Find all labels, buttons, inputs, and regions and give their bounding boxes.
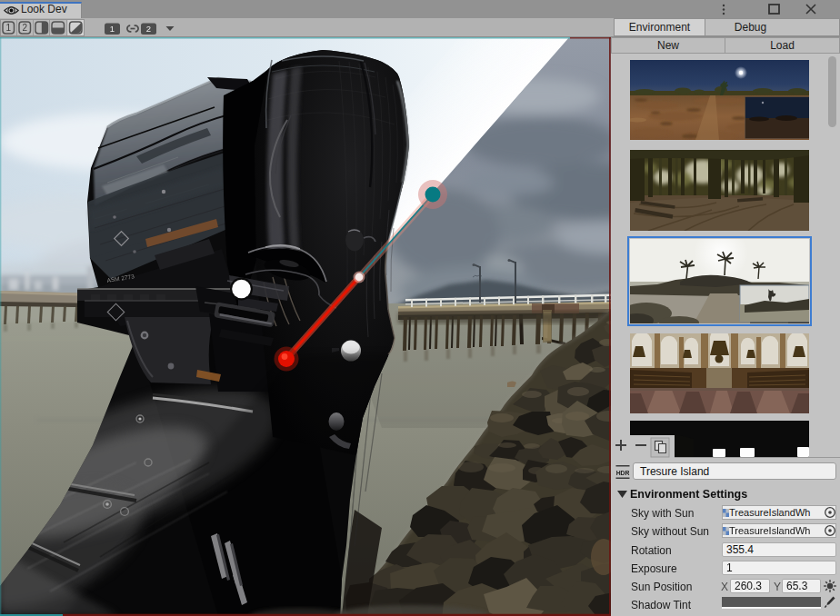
svg-text:1: 1 [110, 24, 115, 34]
svg-text:2: 2 [23, 23, 28, 33]
svg-text:2: 2 [146, 24, 151, 34]
svg-text:HDR: HDR [616, 470, 630, 476]
svg-text:1: 1 [6, 23, 12, 33]
